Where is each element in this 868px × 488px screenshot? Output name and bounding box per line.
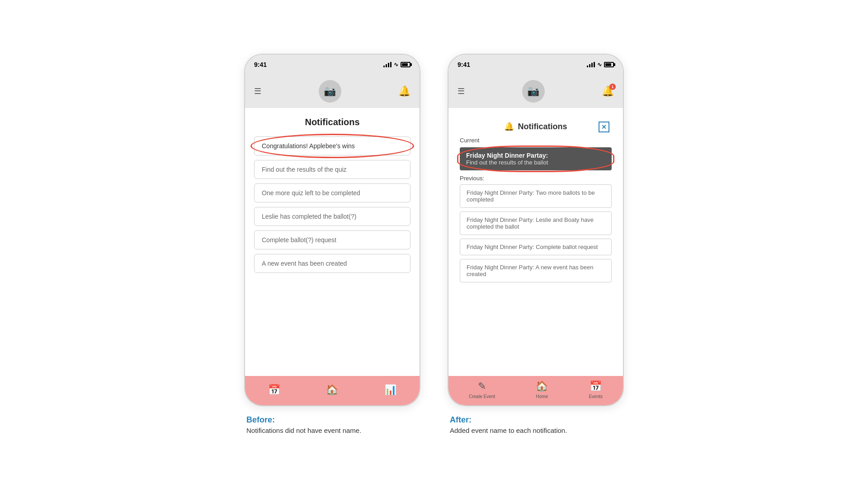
after-tab-home-icon: 🏠 [536,380,548,392]
after-current-label: Current [460,137,612,144]
after-status-bar: 9:41 ∿ [448,55,623,75]
after-bell-badge: 1 [609,84,616,90]
after-panel-title: 🔔 Notifications [460,122,612,131]
after-signal-icon [587,62,595,67]
before-tab-bar: 📅 🏠 📊 [245,376,420,405]
after-battery-icon [604,62,614,67]
after-current-wrapper: Friday Night Dinner Partay: Find out the… [460,147,612,170]
before-tab-0[interactable]: 📅 [268,384,280,396]
before-time: 9:41 [254,61,267,68]
after-tab-create-icon: ✎ [478,380,486,392]
before-status-bar: 9:41 ∿ [245,55,420,75]
after-prev-notif-0[interactable]: Friday Night Dinner Party: Two more ball… [460,184,612,208]
after-tab-0[interactable]: ✎ Create Event [469,380,495,399]
after-phone: 9:41 ∿ ☰ 📷 [448,54,624,406]
after-avatar-icon: 📷 [527,85,539,97]
after-label: After: Added event name to each notifica… [448,415,567,434]
after-label-title: After: [450,415,567,425]
comparison-container: 9:41 ∿ ☰ 📷 [226,36,642,452]
after-time: 9:41 [458,61,470,68]
after-app-content: ✕ 🔔 Notifications Current Friday Night D… [448,108,623,376]
after-tab-0-label: Create Event [469,394,495,399]
before-bell-icon[interactable]: 🔔 [398,85,410,97]
after-tab-bar: ✎ Create Event 🏠 Home 📅 Events [448,376,623,405]
after-panel-bell-icon: 🔔 [504,122,514,131]
before-status-icons: ∿ [383,61,410,68]
after-previous-label: Previous: [460,175,612,182]
after-notifications-panel: ✕ 🔔 Notifications Current Friday Night D… [458,117,614,282]
before-tab-grid-icon: 📊 [384,384,396,396]
after-tab-1[interactable]: 🏠 Home [536,380,548,399]
before-signal-icon [383,62,392,67]
before-tab-home-icon: 🏠 [326,384,338,396]
before-avatar-icon: 📷 [324,85,336,97]
after-avatar: 📷 [522,80,545,103]
before-hamburger-icon[interactable]: ☰ [254,86,261,96]
before-phone-wrapper: 9:41 ∿ ☰ 📷 [244,54,420,434]
before-label-title: Before: [246,415,361,425]
after-hamburger-icon[interactable]: ☰ [458,86,465,96]
before-notif-3[interactable]: Complete ballot(?) request [254,230,410,249]
after-app-header: ☰ 📷 🔔 1 [448,75,623,108]
after-current-notif-title: Friday Night Dinner Partay: [466,152,605,159]
after-tab-events-icon: 📅 [590,380,602,392]
after-bell-icon[interactable]: 🔔 1 [602,85,614,97]
before-notif-2[interactable]: Leslie has completed the ballot(?) [254,207,410,226]
before-avatar: 📷 [319,80,341,103]
after-tab-1-label: Home [536,394,548,399]
before-tab-1[interactable]: 🏠 [326,384,338,396]
before-tab-calendar-icon: 📅 [268,384,280,396]
after-prev-notif-1[interactable]: Friday Night Dinner Party: Leslie and Bo… [460,211,612,235]
before-wifi-icon: ∿ [394,61,398,68]
before-congrats-item[interactable]: Congratulations! Applebee's wins [254,136,410,155]
before-notif-4[interactable]: A new event has been created [254,254,410,273]
before-app-content: Notifications Congratulations! Applebee'… [245,108,420,376]
before-congrats-wrapper: Congratulations! Applebee's wins [254,136,410,155]
after-wifi-icon: ∿ [597,61,602,68]
before-label-desc: Notifications did not have event name. [246,427,361,434]
before-phone: 9:41 ∿ ☰ 📷 [244,54,420,406]
before-notif-0[interactable]: Find out the results of the quiz [254,160,410,179]
after-current-notification[interactable]: Friday Night Dinner Partay: Find out the… [460,147,612,170]
after-tab-2-label: Events [589,394,603,399]
before-notif-1[interactable]: One more quiz left to be completed [254,183,410,202]
after-prev-notif-3[interactable]: Friday Night Dinner Party: A new event h… [460,259,612,282]
before-tab-2[interactable]: 📊 [384,384,396,396]
before-label: Before: Notifications did not have event… [244,415,361,434]
before-battery-icon [401,62,410,67]
before-notifications-title: Notifications [254,117,410,127]
after-current-notif-sub: Find out the results of the ballot [466,159,605,166]
after-close-button[interactable]: ✕ [599,122,609,132]
after-prev-notif-2[interactable]: Friday Night Dinner Party: Complete ball… [460,239,612,255]
after-label-desc: Added event name to each notification. [450,427,567,434]
after-tab-2[interactable]: 📅 Events [589,380,603,399]
before-app-header: ☰ 📷 🔔 [245,75,420,108]
after-status-icons: ∿ [587,61,614,68]
after-phone-wrapper: 9:41 ∿ ☰ 📷 [448,54,624,434]
